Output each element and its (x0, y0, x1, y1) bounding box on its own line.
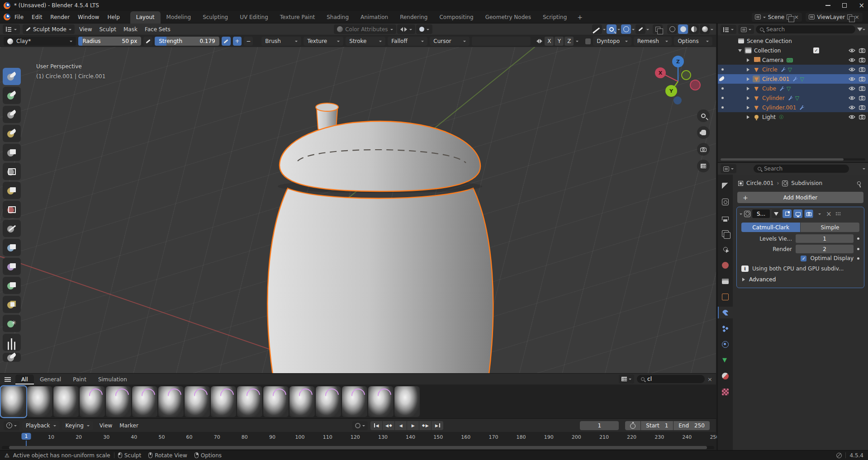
tool-button[interactable] (3, 315, 21, 332)
viewport-menu-item[interactable]: Face Sets (141, 25, 174, 34)
show-visibility-dropdown[interactable] (592, 24, 602, 34)
brush-thumbnail[interactable] (53, 386, 79, 417)
tool-panel-dropdown[interactable]: Falloff (388, 37, 427, 46)
menu-bar-item[interactable]: Render (46, 12, 74, 22)
close-button[interactable]: × (859, 2, 864, 9)
properties-tab[interactable] (718, 212, 733, 223)
workspace-tab[interactable]: Layout (130, 11, 161, 24)
brush-thumbnail[interactable] (237, 386, 262, 417)
pin-icon[interactable] (857, 181, 861, 185)
brush-thumbnail[interactable] (106, 386, 131, 417)
properties-search-input[interactable]: Search (754, 165, 849, 173)
show-in-render-toggle[interactable] (805, 209, 813, 218)
brush-thumbnail[interactable] (368, 386, 394, 417)
symmetry-axis-toggle[interactable]: Z (564, 37, 574, 46)
strength-pressure-button[interactable] (222, 37, 231, 46)
asset-shelf-tab[interactable]: General (34, 375, 67, 384)
hide-in-viewport-eye-icon[interactable] (849, 105, 855, 110)
jar-object[interactable] (244, 92, 534, 382)
add-modifier-button[interactable]: +Add Modifier (737, 192, 863, 203)
hide-in-viewport-eye-icon[interactable] (849, 57, 855, 62)
jump-to-end-button[interactable]: ▶ (432, 421, 443, 430)
shading-wireframe-button[interactable] (667, 24, 677, 34)
workspace-tab[interactable]: Compositing (433, 11, 479, 24)
outliner-editor-type-button[interactable] (721, 25, 736, 34)
zoom-button[interactable] (697, 109, 710, 122)
menu-bar-item[interactable]: Help (103, 12, 123, 22)
current-frame-badge[interactable]: 1 (22, 433, 31, 440)
maximize-button[interactable] (842, 3, 847, 8)
tool-panel-dropdown[interactable]: Cursor (430, 37, 470, 46)
falloff-dropdown[interactable] (397, 24, 415, 34)
expander-icon[interactable] (746, 106, 750, 109)
radius-slider[interactable]: Radius 50 px (78, 37, 141, 46)
tool-button[interactable] (3, 353, 21, 362)
animate-dot[interactable] (857, 237, 859, 240)
render-levels-field[interactable]: 2 (796, 245, 854, 253)
catalog-menu-icon[interactable] (5, 377, 11, 382)
disable-in-render-camera-icon[interactable] (859, 95, 865, 100)
tool-panel-dropdown[interactable]: Brush (261, 37, 301, 46)
advanced-section-toggle[interactable]: Advanced (741, 276, 859, 283)
brush-selector[interactable]: Clay* (4, 37, 76, 46)
camera-view-button[interactable] (697, 143, 710, 156)
hide-in-viewport-eye-icon[interactable] (849, 67, 855, 72)
tool-button[interactable] (3, 106, 21, 123)
outliner-row[interactable]: Light ▽ ☉ ✓ (718, 112, 868, 122)
brush-thumbnail[interactable] (289, 386, 315, 417)
minimize-button[interactable] (825, 5, 830, 6)
render-preview-toggle[interactable] (653, 24, 663, 34)
drag-handle-icon[interactable] (835, 212, 841, 216)
jump-to-start-button[interactable]: ◀ (370, 421, 382, 430)
asset-shelf-tab[interactable]: All (15, 375, 34, 384)
editor-type-button[interactable] (3, 24, 20, 34)
brush-thumbnail[interactable] (185, 386, 210, 417)
workspace-tab[interactable]: UV Editing (234, 11, 274, 24)
tool-button[interactable] (3, 239, 21, 256)
timeline-menu-item[interactable]: View (96, 421, 116, 430)
tool-button[interactable] (3, 201, 21, 218)
chevron-down-icon[interactable] (617, 29, 620, 32)
tool-button[interactable] (3, 163, 21, 180)
workspace-tab[interactable]: Shading (321, 11, 355, 24)
collection-checkbox[interactable]: ✓ (813, 47, 819, 53)
tool-button[interactable] (3, 258, 21, 275)
menu-bar-item[interactable]: Edit (28, 12, 46, 22)
timeline-ruler[interactable]: 1 10203040506070809010011012013014015016… (0, 432, 716, 450)
outliner-item-label[interactable]: Cylinder.001 (762, 104, 796, 111)
expander-icon[interactable] (738, 47, 742, 54)
outliner-item-label[interactable]: Cube (762, 85, 776, 92)
animate-dot[interactable] (857, 257, 859, 260)
color-attributes-dropdown[interactable]: Color Attributes (334, 24, 396, 34)
properties-tab[interactable] (718, 291, 733, 303)
shading-rendered-button[interactable] (700, 24, 710, 34)
viewport-menu-item[interactable]: Mask (120, 25, 141, 34)
mode-dropdown[interactable]: Sculpt Mode (23, 24, 75, 34)
brush-thumbnail[interactable] (132, 386, 157, 417)
strength-slider[interactable]: Strength 0.179 (155, 37, 219, 46)
direction-add-button[interactable]: + (233, 37, 242, 46)
frame-end-field[interactable]: End250 (674, 421, 710, 430)
expander-icon[interactable] (746, 96, 750, 100)
prev-keyframe-button[interactable]: ◀◆ (383, 421, 394, 430)
disable-in-render-camera-icon[interactable] (859, 114, 865, 119)
brush-thumbnail[interactable] (1, 386, 26, 417)
hide-in-viewport-eye-icon[interactable] (849, 95, 855, 100)
timeline-dropdown[interactable]: Playback (22, 421, 60, 430)
brush-thumbnail[interactable] (316, 386, 341, 417)
chevron-down-icon[interactable] (576, 41, 579, 43)
copy-viewlayer-icon[interactable] (847, 14, 852, 19)
breadcrumb-modifier[interactable]: Subdivision (791, 180, 822, 186)
outliner-row[interactable]: Cylinder ▽ ☉ ✓ (718, 93, 868, 103)
tool-button[interactable] (3, 296, 21, 313)
breadcrumb-object[interactable]: Circle.001 (746, 180, 773, 186)
tool-button[interactable] (3, 125, 21, 142)
viewport-3d[interactable]: User Perspective (1) Circle.001 | Circle… (0, 47, 716, 418)
brush-thumbnail[interactable] (27, 386, 52, 417)
play-reverse-button[interactable]: ◀ (395, 421, 407, 430)
display-settings-button[interactable] (619, 375, 634, 384)
properties-tab[interactable] (718, 275, 733, 287)
next-keyframe-button[interactable]: ◆▶ (419, 421, 431, 430)
show-realtime-toggle[interactable] (793, 209, 802, 218)
viewport-menu-item[interactable]: View (76, 25, 95, 34)
